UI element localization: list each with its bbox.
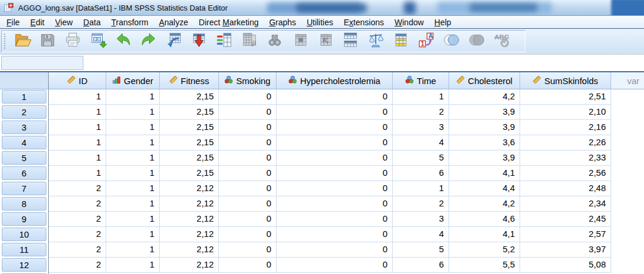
toolbar-save-button[interactable] [35,31,60,51]
column-header-cholesterol[interactable]: Cholesterol [449,72,520,89]
data-cell[interactable]: 1 [106,135,160,151]
toolbar-open-data-button[interactable] [9,31,35,51]
row-header[interactable]: 2 [2,105,46,119]
empty-var-cell[interactable] [611,166,644,181]
data-cell[interactable]: 2 [393,196,449,212]
data-cell[interactable]: 0 [277,212,393,227]
menu-window[interactable]: Window [389,16,429,28]
data-cell[interactable]: 1 [106,196,160,212]
data-cell[interactable]: 3,9 [449,120,520,135]
data-cell[interactable]: 2 [49,181,106,196]
data-cell[interactable]: 4,1 [449,227,520,242]
data-cell[interactable]: 5 [393,242,449,258]
data-cell[interactable]: 2 [393,105,449,120]
row-header[interactable]: 9 [2,212,46,226]
data-cell[interactable]: 2 [49,242,106,258]
data-cell[interactable]: 3,6 [449,135,520,151]
column-header-hypercholestrolemia[interactable]: Hypercholestrolemia [277,72,393,89]
data-cell[interactable]: 2,12 [160,258,219,273]
data-cell[interactable]: 4,2 [449,89,520,105]
data-cell[interactable]: 2,12 [160,227,219,242]
toolbar-goto-variable-button[interactable] [186,31,211,51]
data-cell[interactable]: 3 [393,212,449,227]
column-header-time[interactable]: Time [393,72,449,89]
grid-corner-cell[interactable] [0,72,49,89]
menu-help[interactable]: Help [429,16,457,28]
data-cell[interactable]: 2 [49,196,106,212]
toolbar-spell-check-button[interactable]: ABC [489,31,514,51]
data-cell[interactable]: 1 [393,181,449,196]
empty-var-cell[interactable] [611,135,644,151]
data-cell[interactable]: 2,12 [160,181,219,196]
column-header-smoking[interactable]: Smoking [219,72,277,89]
column-header-var-empty[interactable]: var [611,72,644,89]
data-cell[interactable]: 0 [277,166,393,181]
menu-view[interactable]: View [50,16,78,28]
data-cell[interactable]: 1 [106,166,160,181]
toolbar-redo-button[interactable] [136,31,161,51]
data-cell[interactable]: 3 [393,120,449,135]
row-header[interactable]: 12 [2,258,46,272]
menu-direct-marketing[interactable]: Direct Marketing [194,16,264,28]
toolbar-show-all-variables-button[interactable] [464,31,489,51]
data-cell[interactable]: 4,6 [449,212,520,227]
toolbar-insert-variable-button[interactable] [312,31,338,51]
data-cell[interactable]: 0 [219,242,277,258]
data-cell[interactable]: 0 [277,227,393,242]
cell-editor-field[interactable] [86,56,644,70]
data-cell[interactable]: 0 [277,135,393,151]
data-cell[interactable]: 0 [219,120,277,135]
data-cell[interactable]: 2,12 [160,212,219,227]
data-cell[interactable]: 5,2 [449,242,520,258]
menu-data[interactable]: Data [78,16,106,28]
data-cell[interactable]: 3,9 [449,105,520,120]
data-cell[interactable]: 1 [106,227,160,242]
cell-reference-box[interactable] [1,56,83,70]
toolbar-use-variable-sets-button[interactable] [439,31,464,51]
toolbar-select-cases-button[interactable] [388,31,413,51]
data-cell[interactable]: 2,12 [160,242,219,258]
data-cell[interactable]: 4 [393,227,449,242]
data-cell[interactable]: 1 [106,242,160,258]
data-cell[interactable]: 6 [393,258,449,273]
data-cell[interactable]: 0 [219,227,277,242]
data-cell[interactable]: 2,26 [520,135,611,151]
empty-var-cell[interactable] [611,89,644,105]
data-cell[interactable]: 0 [219,89,277,105]
menu-file[interactable]: File [1,16,25,28]
data-cell[interactable]: 6 [393,166,449,181]
empty-var-cell[interactable] [611,105,644,120]
data-cell[interactable]: 3,9 [449,151,520,166]
data-cell[interactable]: 1 [393,89,449,105]
toolbar-insert-cases-button[interactable] [287,31,312,51]
row-header[interactable]: 7 [2,182,46,195]
data-cell[interactable]: 4,1 [449,166,520,181]
data-cell[interactable]: 2,15 [160,166,219,181]
data-cell[interactable]: 2,34 [520,196,611,212]
data-cell[interactable]: 4,2 [449,196,520,212]
data-cell[interactable]: 1 [106,258,160,273]
empty-var-cell[interactable] [611,181,644,196]
row-header[interactable]: 6 [2,166,46,180]
data-cell[interactable]: 0 [277,181,393,196]
data-cell[interactable]: 0 [219,181,277,196]
data-cell[interactable]: 0 [219,258,277,273]
data-cell[interactable]: 2 [49,258,106,273]
data-cell[interactable]: 2 [49,212,106,227]
toolbar-print-button[interactable] [60,31,85,51]
data-cell[interactable]: 1 [106,181,160,196]
row-header[interactable]: 3 [2,121,46,134]
data-cell[interactable]: 0 [219,196,277,212]
empty-var-cell[interactable] [611,242,644,258]
data-cell[interactable]: 2,15 [160,89,219,105]
empty-var-cell[interactable] [611,227,644,242]
column-header-id[interactable]: ID [49,72,106,89]
data-cell[interactable]: 4,4 [449,181,520,196]
toolbar-find-button[interactable] [262,31,287,51]
data-cell[interactable]: 0 [219,105,277,120]
data-cell[interactable]: 2 [49,227,106,242]
menu-utilities[interactable]: Utilities [301,16,338,28]
data-cell[interactable]: 0 [219,212,277,227]
data-cell[interactable]: 2,33 [520,151,611,166]
empty-var-cell[interactable] [611,120,644,135]
